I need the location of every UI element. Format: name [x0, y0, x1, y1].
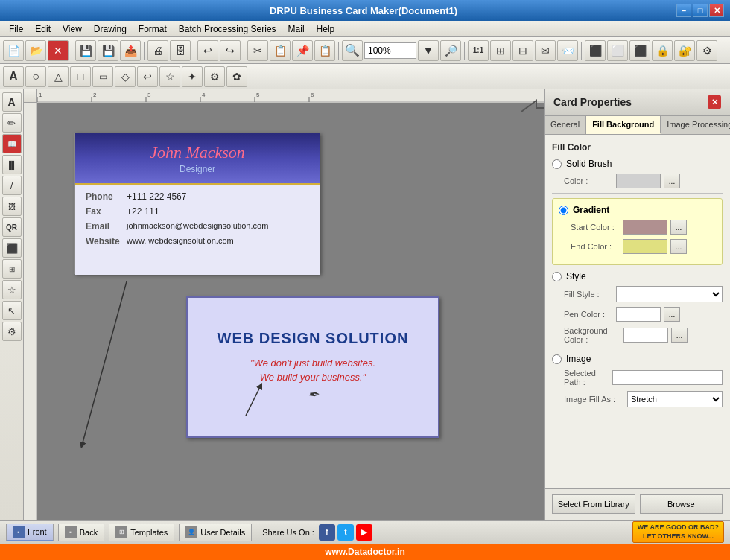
rect-tool-button[interactable]: □	[70, 66, 91, 87]
end-color-swatch[interactable]	[623, 239, 667, 254]
gradient-radio[interactable]	[559, 206, 568, 215]
color-picker-btn[interactable]: ...	[664, 174, 680, 188]
zoom-input[interactable]	[364, 42, 416, 59]
color-swatch[interactable]	[616, 174, 661, 188]
text-tool-button[interactable]: A	[3, 66, 24, 87]
bg-color-swatch[interactable]	[623, 328, 668, 343]
align-right-button[interactable]: ⬛	[629, 40, 650, 61]
align-left-button[interactable]: ⬛	[585, 40, 606, 61]
select-library-button[interactable]: Select From Library	[552, 494, 635, 514]
menu-format[interactable]: Format	[133, 22, 173, 36]
bg-color-btn[interactable]: ...	[671, 328, 688, 343]
diamond-tool-button[interactable]: ◇	[115, 66, 136, 87]
menu-help[interactable]: Help	[311, 22, 341, 36]
new-button[interactable]: 📄	[3, 40, 24, 61]
solid-brush-option[interactable]: Solid Brush	[552, 159, 723, 169]
export-button[interactable]: 📤	[120, 40, 141, 61]
menu-batch-processing[interactable]: Batch Processing Series	[173, 22, 282, 36]
user-details-tab[interactable]: 👤 User Details	[179, 524, 252, 541]
menu-file[interactable]: File	[3, 22, 29, 36]
style-option[interactable]: Style	[552, 271, 723, 281]
properties-button[interactable]: 📋	[314, 40, 335, 61]
undo-button[interactable]: ↩	[197, 40, 218, 61]
front-tab[interactable]: ▪ Front	[6, 524, 54, 541]
paste-button[interactable]: 📌	[292, 40, 313, 61]
cursor-tool[interactable]: ↖	[2, 301, 22, 320]
menu-edit[interactable]: Edit	[29, 22, 57, 36]
gradient-option[interactable]: Gradient	[559, 205, 716, 215]
save-as-button[interactable]: 💾	[98, 40, 118, 61]
image-option[interactable]: Image	[552, 354, 723, 364]
db-button[interactable]: 🗄	[170, 40, 191, 61]
fill-style-select[interactable]	[616, 286, 723, 302]
youtube-icon[interactable]: ▶	[356, 524, 372, 541]
start-color-btn[interactable]: ...	[670, 220, 687, 235]
end-color-btn[interactable]: ...	[670, 239, 687, 254]
menu-drawing[interactable]: Drawing	[88, 22, 133, 36]
circle-tool-button[interactable]: ○	[25, 66, 46, 87]
lock-button[interactable]: 🔒	[652, 40, 673, 61]
grid-button[interactable]: ⊞	[490, 40, 511, 61]
tab-image-processing[interactable]: Image Processing	[661, 116, 730, 134]
back-tab[interactable]: ▪ Back	[58, 524, 104, 541]
email-button[interactable]: ✉	[535, 40, 556, 61]
style-radio[interactable]	[552, 272, 562, 281]
star2-tool-button[interactable]: ✦	[182, 66, 203, 87]
zoom-dropdown[interactable]: ▼	[418, 40, 439, 61]
star-tool-button[interactable]: ☆	[159, 66, 180, 87]
line-tool[interactable]: /	[2, 176, 22, 195]
select-tool[interactable]: A	[2, 92, 22, 112]
round-rect-tool-button[interactable]: ▭	[92, 66, 113, 87]
barcode-tool[interactable]: ▐▌	[2, 155, 22, 174]
copy-button[interactable]: 📋	[270, 40, 291, 61]
star3-tool[interactable]: ☆	[2, 280, 22, 299]
browse-button[interactable]: Browse	[640, 494, 723, 514]
qr-tool[interactable]: QR	[2, 217, 22, 237]
close-doc-button[interactable]: ✕	[48, 40, 69, 61]
business-card-1[interactable]: John Mackson Designer Phone +111 222 456…	[74, 133, 320, 274]
canvas-area[interactable]: 1 2 3 4 5 6 John	[24, 89, 544, 520]
templates-tab[interactable]: ⊞ Templates	[109, 524, 174, 541]
pencil-tool[interactable]: ✏	[2, 113, 22, 133]
solid-brush-radio[interactable]	[552, 159, 562, 169]
zoom-out-button[interactable]: 🔍	[342, 40, 363, 61]
open-button[interactable]: 📂	[25, 40, 46, 61]
save-button[interactable]: 💾	[75, 40, 96, 61]
twitter-icon[interactable]: t	[337, 524, 354, 541]
shape2-tool[interactable]: ⬛	[2, 238, 22, 258]
panel-close-button[interactable]: ✕	[708, 95, 721, 109]
print-button[interactable]: 🖨	[147, 40, 168, 61]
book-tool[interactable]: 📖	[2, 134, 22, 153]
pen-color-swatch[interactable]	[616, 307, 661, 322]
image-tool[interactable]: 🖼	[2, 197, 22, 216]
zoom-in-button[interactable]: 🔎	[440, 40, 461, 61]
lock2-button[interactable]: 🔐	[674, 40, 695, 61]
menu-view[interactable]: View	[57, 22, 88, 36]
gear-tool-button[interactable]: ⚙	[204, 66, 225, 87]
tab-fill-background[interactable]: Fill Background	[586, 116, 661, 134]
start-color-swatch[interactable]	[623, 220, 667, 235]
minimize-button[interactable]: –	[676, 4, 691, 17]
image-radio[interactable]	[552, 354, 562, 364]
export2-button[interactable]: 📨	[557, 40, 578, 61]
cut-button[interactable]: ✂	[247, 40, 268, 61]
flower-tool-button[interactable]: ✿	[226, 66, 247, 87]
maximize-button[interactable]: □	[693, 4, 708, 17]
settings-button[interactable]: ⚙	[696, 40, 717, 61]
canvas-content[interactable]: John Mackson Designer Phone +111 222 456…	[37, 103, 544, 520]
selected-path-input[interactable]	[612, 370, 723, 385]
triangle-tool-button[interactable]: △	[48, 66, 69, 87]
tab-general[interactable]: General	[545, 116, 586, 134]
close-window-button[interactable]: ✕	[709, 4, 724, 17]
title-bar-controls[interactable]: – □ ✕	[676, 4, 724, 17]
table-button[interactable]: ⊟	[512, 40, 533, 61]
table2-tool[interactable]: ⊞	[2, 259, 22, 279]
arrow-tool-button[interactable]: ↩	[137, 66, 158, 87]
menu-mail[interactable]: Mail	[282, 22, 311, 36]
settings2-tool[interactable]: ⚙	[2, 322, 22, 341]
business-card-2[interactable]: WEB DESIGN SOLUTION "We don't just build…	[186, 296, 439, 438]
pen-color-btn[interactable]: ...	[664, 307, 680, 322]
facebook-icon[interactable]: f	[319, 524, 335, 541]
align-center-button[interactable]: ⬜	[607, 40, 628, 61]
feedback-button[interactable]: WE ARE GOOD OR BAD?LET OTHERS KNOW...	[632, 521, 724, 543]
